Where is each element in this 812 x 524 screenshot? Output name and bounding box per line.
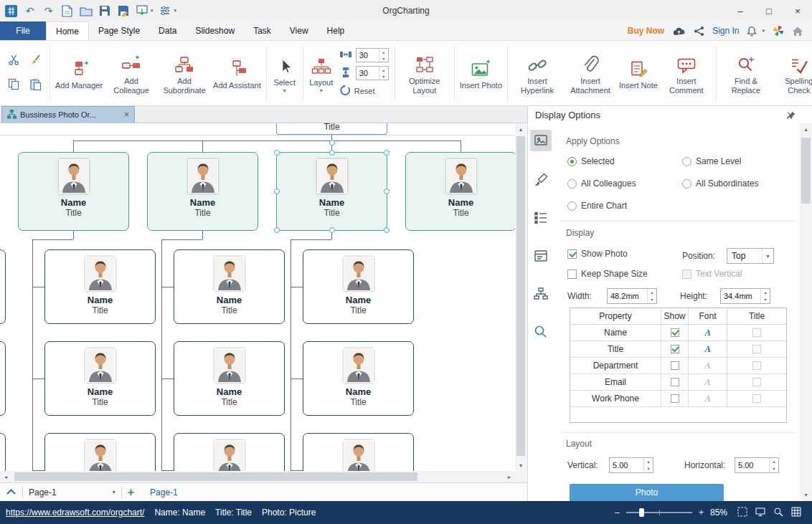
show-photo-checkbox[interactable]: Show Photo [567, 249, 628, 259]
checkbox-icon[interactable] [671, 378, 679, 386]
vertical-scroll-thumb[interactable] [516, 136, 525, 456]
spin-up-icon[interactable]: ▴ [770, 458, 778, 465]
zoom-slider-thumb[interactable] [639, 508, 644, 517]
h-spacing-value[interactable]: 30 [357, 49, 379, 62]
selection-handle[interactable] [384, 150, 390, 156]
chevron-down-icon[interactable]: ▾ [762, 249, 773, 263]
scroll-down-icon[interactable]: ▾ [515, 459, 527, 471]
selection-handle[interactable] [274, 150, 280, 156]
spin-up-icon[interactable]: ▴ [648, 289, 656, 296]
buy-now-link[interactable]: Buy Now [628, 26, 664, 36]
radio-same-level[interactable]: Same Level [682, 156, 741, 166]
tab-data[interactable]: Data [149, 22, 186, 40]
edrawsoft-link[interactable]: https://www.edrawsoft.com/orgchart/ [6, 508, 144, 518]
selection-handle[interactable] [384, 227, 390, 233]
font-cell[interactable]: A [689, 325, 727, 341]
chevron-down-icon[interactable]: ▾ [113, 489, 115, 495]
checkbox-icon[interactable] [752, 378, 761, 386]
show-cell[interactable] [661, 374, 689, 391]
bell-menu-caret[interactable]: ▾ [762, 28, 765, 34]
checkbox-icon[interactable] [752, 345, 761, 353]
vertical-spacing-input[interactable]: 5.00 ▴▾ [609, 457, 653, 473]
org-card[interactable]: Name Title [18, 152, 129, 231]
org-card[interactable]: Name Title [44, 433, 156, 471]
org-card[interactable]: Name Title [44, 249, 156, 324]
insert-attachment-button[interactable]: Insert Attachment [564, 52, 617, 95]
reset-button[interactable]: Reset [339, 83, 389, 99]
checkbox-icon[interactable] [671, 328, 679, 337]
show-cell[interactable] [661, 325, 689, 341]
checkbox-icon[interactable] [671, 345, 679, 353]
org-card[interactable]: Name Title [174, 249, 285, 324]
share-icon[interactable] [694, 26, 704, 37]
org-card-root[interactable]: Title [276, 123, 387, 135]
tab-help[interactable]: Help [318, 22, 354, 40]
undo-button[interactable]: ↶ [23, 4, 37, 18]
selection-handle[interactable] [274, 227, 280, 233]
radio-all-colleagues[interactable]: All Colleagues [567, 178, 636, 189]
font-button[interactable]: A [704, 393, 711, 404]
checkbox-icon[interactable] [752, 361, 761, 370]
options-button[interactable] [159, 4, 172, 18]
org-card-partial[interactable] [0, 249, 6, 324]
font-button[interactable]: A [704, 327, 711, 338]
width-value[interactable]: 48.2mm [608, 289, 647, 303]
photo-section-header[interactable]: Photo [570, 484, 724, 501]
options-menu-caret[interactable]: ▾ [174, 8, 177, 14]
h-spacing-input[interactable]: 30 ▴▾ [356, 48, 389, 62]
home-icon[interactable] [792, 26, 803, 37]
chart-canvas[interactable]: Title Name Title Name Title Name Title [0, 123, 515, 471]
panel-tab-structure-icon[interactable] [533, 286, 549, 302]
spelling-check-button[interactable]: Spelling Check [773, 52, 812, 95]
height-value[interactable]: 34.4mm [721, 289, 760, 303]
format-painter-button[interactable] [29, 54, 42, 68]
radio-entire-chart[interactable]: Entire Chart [567, 201, 627, 211]
panel-tab-outline-icon[interactable] [533, 210, 549, 226]
selection-handle[interactable] [274, 189, 280, 194]
org-card[interactable]: Name Title [44, 341, 156, 416]
optimize-layout-button[interactable]: Optimize Layout [398, 52, 451, 95]
insert-note-button[interactable]: Insert Note [617, 56, 660, 90]
width-input[interactable]: 48.2mm ▴▾ [607, 288, 657, 304]
horizontal-scroll-thumb[interactable] [14, 472, 417, 481]
zoom-out-button[interactable]: – [615, 508, 620, 518]
show-cell[interactable] [661, 358, 689, 374]
panel-tab-card-icon[interactable] [533, 248, 549, 264]
scroll-up-icon[interactable]: ▴ [515, 123, 527, 135]
org-card[interactable]: Name Title [147, 152, 258, 231]
fit-page-icon[interactable] [737, 506, 748, 520]
spin-up-icon[interactable]: ▴ [761, 289, 770, 296]
panel-tab-display-icon[interactable] [533, 133, 549, 148]
scroll-down-icon[interactable]: ▾ [800, 489, 812, 501]
tab-page-style[interactable]: Page Style [89, 22, 149, 40]
font-button[interactable]: A [704, 360, 711, 371]
maximize-button[interactable]: □ [755, 0, 783, 22]
tab-home[interactable]: Home [46, 22, 89, 40]
org-card-selected[interactable]: Name Title [276, 152, 387, 231]
add-page-button[interactable]: + [128, 487, 134, 498]
position-select[interactable]: Top ▾ [727, 248, 774, 264]
selection-handle[interactable] [329, 227, 335, 233]
file-menu-button[interactable]: File [0, 22, 46, 40]
checkbox-icon[interactable] [752, 328, 761, 337]
panel-scroll-thumb[interactable] [801, 138, 811, 204]
new-document-button[interactable] [60, 4, 74, 18]
add-subordinate-button[interactable]: Add Subordinate [158, 52, 211, 95]
document-tab[interactable]: Bussiness Photo Or... × [1, 106, 135, 123]
zoom-region-icon[interactable] [773, 506, 784, 520]
org-card-partial[interactable] [0, 341, 6, 416]
minimize-button[interactable]: – [726, 0, 755, 22]
org-card[interactable]: Name Title [303, 249, 414, 324]
title-cell[interactable] [727, 391, 786, 407]
insert-comment-button[interactable]: Insert Comment [660, 52, 713, 95]
org-card-partial[interactable] [0, 433, 6, 471]
org-card[interactable]: Name Title [303, 341, 414, 416]
tab-view[interactable]: View [280, 22, 318, 40]
add-manager-button[interactable]: Add Manager [53, 56, 105, 90]
notifications-bell-icon[interactable] [747, 26, 757, 37]
scroll-up-icon[interactable]: ▴ [800, 123, 812, 135]
spin-down-icon[interactable]: ▾ [648, 296, 656, 303]
font-cell[interactable]: A [689, 374, 727, 391]
zoom-in-button[interactable]: + [699, 508, 704, 518]
insert-hyperlink-button[interactable]: Insert Hyperlink [511, 52, 564, 95]
